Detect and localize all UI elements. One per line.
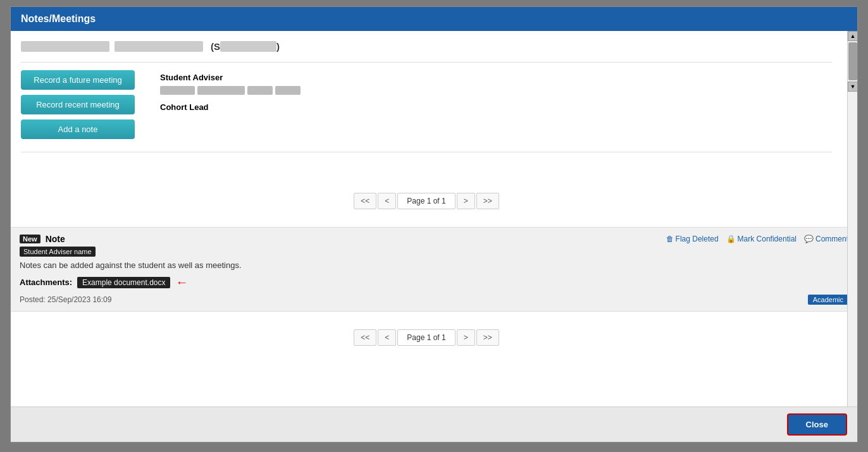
- prev-page-bottom-button[interactable]: <: [378, 329, 396, 346]
- next-page-bottom-button[interactable]: >: [457, 329, 475, 346]
- modal-overlay: Notes/Meetings ████ ████████ ████ ██████…: [0, 0, 868, 452]
- badge-new: New: [20, 235, 40, 243]
- note-header: New Note 🗑 Flag Deleted 🔒 Mark Confident…: [20, 234, 848, 244]
- scrollbar[interactable]: ▲ ▼: [847, 31, 857, 406]
- mark-confidential-link[interactable]: 🔒 Mark Confidential: [726, 235, 797, 243]
- button-group: Record a future meeting Record recent me…: [21, 70, 135, 139]
- divider-top: [21, 62, 832, 63]
- trash-icon: 🗑: [666, 235, 674, 243]
- comment-link[interactable]: 💬 Comment: [804, 235, 848, 243]
- attachments-row: Attachments: Example document.docx ←: [20, 275, 848, 290]
- adviser-blurred-3: [247, 86, 273, 95]
- first-page-bottom-button[interactable]: <<: [354, 329, 376, 346]
- last-page-top-button[interactable]: >>: [476, 193, 499, 209]
- main-actions: Record a future meeting Record recent me…: [21, 70, 832, 139]
- attachment-file[interactable]: Example document.docx: [77, 277, 170, 288]
- comment-label: Comment: [815, 235, 848, 243]
- scroll-thumb[interactable]: [848, 42, 857, 80]
- note-actions: 🗑 Flag Deleted 🔒 Mark Confidential 💬 Com…: [666, 235, 848, 243]
- scroll-up-button[interactable]: ▲: [848, 31, 857, 41]
- content-area-bottom: << < Page 1 of 1 > >>: [11, 312, 847, 389]
- page-info-bottom: Page 1 of 1: [397, 329, 455, 346]
- adviser-blurred-4: [275, 86, 301, 95]
- next-page-top-button[interactable]: >: [457, 193, 475, 209]
- student-adviser-value: [160, 86, 301, 95]
- adviser-name-badge: Student Adviser name: [20, 247, 96, 257]
- flag-deleted-link[interactable]: 🗑 Flag Deleted: [666, 235, 719, 243]
- modal-title: Notes/Meetings: [21, 13, 96, 25]
- arrow-indicator: ←: [175, 275, 188, 290]
- lock-icon: 🔒: [726, 235, 736, 243]
- prev-page-top-button[interactable]: <: [378, 193, 396, 209]
- pagination-bottom: << < Page 1 of 1 > >>: [21, 322, 832, 353]
- first-page-top-button[interactable]: <<: [354, 193, 376, 209]
- academic-badge: Academic: [808, 295, 848, 305]
- modal-footer: Close: [11, 406, 857, 442]
- student-id: (S████████): [208, 41, 280, 52]
- note-title-area: New Note: [20, 234, 65, 244]
- adviser-blurred-1: [160, 86, 195, 95]
- page-info-top: Page 1 of 1: [397, 193, 455, 209]
- adviser-blurred-2: [197, 86, 245, 95]
- scroll-down-button[interactable]: ▼: [848, 82, 857, 92]
- modal-body: ████ ████████ ████ ████████ (S████████) …: [11, 31, 857, 406]
- modal: Notes/Meetings ████ ████████ ████ ██████…: [10, 6, 858, 443]
- record-future-meeting-button[interactable]: Record a future meeting: [21, 70, 135, 90]
- note-footer: Posted: 25/Sep/2023 16:09 Academic: [20, 295, 848, 305]
- flag-deleted-label: Flag Deleted: [676, 235, 719, 243]
- last-page-bottom-button[interactable]: >>: [476, 329, 499, 346]
- close-button[interactable]: Close: [787, 413, 847, 436]
- modal-header: Notes/Meetings: [11, 7, 857, 31]
- mark-confidential-label: Mark Confidential: [738, 235, 797, 243]
- info-panel: Student Adviser Cohort Lead: [160, 70, 301, 139]
- cohort-lead-label: Cohort Lead: [160, 102, 301, 112]
- comment-icon: 💬: [804, 235, 814, 243]
- spacer: [21, 160, 832, 185]
- divider-mid: [21, 152, 832, 152]
- note-type: Note: [46, 234, 65, 244]
- student-name: ████ ████████ ████ ████████ (S████████): [21, 41, 832, 52]
- add-note-button[interactable]: Add a note: [21, 119, 135, 139]
- note-body: Notes can be added against the student a…: [20, 260, 848, 270]
- posted-date: Posted: 25/Sep/2023 16:09: [20, 295, 111, 304]
- note-section: New Note 🗑 Flag Deleted 🔒 Mark Confident…: [11, 227, 857, 312]
- pagination-top: << < Page 1 of 1 > >>: [21, 185, 832, 217]
- bottom-spacer: [21, 353, 832, 379]
- content-area: ████ ████████ ████ ████████ (S████████) …: [11, 31, 847, 227]
- attachments-label: Attachments:: [20, 278, 72, 287]
- student-adviser-label: Student Adviser: [160, 73, 301, 82]
- record-recent-meeting-button[interactable]: Record recent meeting: [21, 95, 135, 114]
